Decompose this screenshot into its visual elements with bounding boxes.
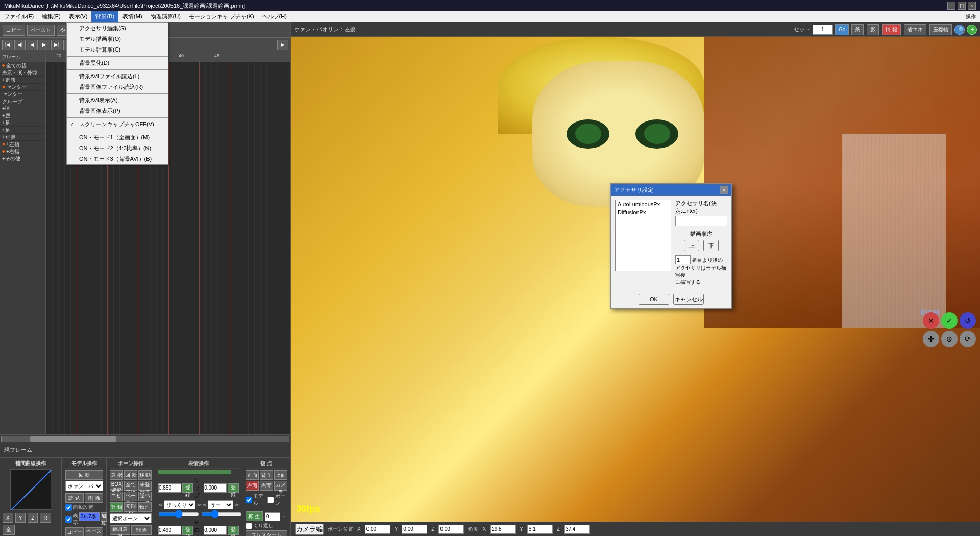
menu-file[interactable]: ファイル(F) <box>0 11 38 22</box>
bone-item-waist[interactable]: +腰 <box>0 112 45 119</box>
y-pos-input[interactable] <box>402 525 427 534</box>
top-view-btn[interactable]: 上面 <box>274 470 287 480</box>
rotate-btn[interactable]: 回 転 <box>65 470 104 480</box>
right-view-btn[interactable]: 右面 <box>260 481 273 491</box>
bone-register-btn[interactable]: 登 録 <box>110 502 123 512</box>
nav-start[interactable]: |◀ <box>2 40 13 50</box>
range-select-btn[interactable]: 範囲選択 <box>110 525 130 535</box>
dd-bg-image-show[interactable]: 背景画像表示(P) <box>67 106 168 116</box>
btn-y[interactable]: Y <box>15 513 26 523</box>
dd-bg-image-load[interactable]: 背景画像ファイル読込(R) <box>67 82 168 92</box>
unregister-btn[interactable]: 未登録選 <box>138 481 152 491</box>
bone-delete-btn[interactable]: 削 除 <box>131 525 152 535</box>
bone-init-btn[interactable]: 初期化 <box>124 502 137 512</box>
nav-play[interactable]: ▶ <box>39 40 50 50</box>
camera-view-btn[interactable]: カメラ <box>274 481 287 491</box>
shadow-btn[interactable]: 影 <box>867 24 879 35</box>
dd-accessory-edit[interactable]: アクセサリ編集(S) <box>67 23 168 34</box>
eyebrow-val-input[interactable] <box>158 526 181 535</box>
lip2-select[interactable]: うー <box>208 500 233 509</box>
rotate2-btn[interactable]: 回 転 <box>124 470 137 480</box>
compass-btn[interactable]: 座標軸 <box>929 24 952 35</box>
select-all-btn[interactable]: 全て選択 <box>124 481 137 491</box>
lip-val2-input[interactable] <box>204 483 227 493</box>
lip2-slider[interactable] <box>201 510 242 518</box>
menu-edit[interactable]: 編集(E) <box>38 11 65 22</box>
add-btn[interactable]: 加算 <box>101 512 107 522</box>
repeat-check[interactable] <box>246 523 252 529</box>
lip-reg-btn[interactable]: 登 録 <box>182 483 193 493</box>
bone-item-foot[interactable]: +足 <box>0 119 45 127</box>
lip-val-input[interactable] <box>158 483 181 493</box>
dd-bg-avi-load[interactable]: 背景AVIファイル読込(L) <box>67 71 168 82</box>
nav-prev[interactable]: ◀ <box>27 40 38 50</box>
left-view-btn[interactable]: 左面 <box>246 481 259 491</box>
btn-z[interactable]: Z <box>28 513 38 523</box>
menu-help[interactable]: ヘルプ(H) <box>258 11 291 22</box>
bone-item-rfinger[interactable]: +右指 <box>0 148 45 155</box>
model-copy-btn[interactable]: コピー <box>65 527 84 536</box>
frame-from-input[interactable] <box>265 512 280 521</box>
menu-motion-capture[interactable]: モーションキャ プチャ(K) <box>185 11 258 22</box>
dd-screen-capture-off[interactable]: スクリーンキャプチャOFF(V) <box>67 119 168 130</box>
nav3d-y-btn[interactable]: ✓ <box>941 312 958 329</box>
ok-btn[interactable]: OK <box>639 294 669 305</box>
physics-btn[interactable]: 物 理 <box>138 502 152 512</box>
dd-mode2[interactable]: ON・モード2（4:3比率）(N) <box>67 143 168 154</box>
model-paste-btn[interactable]: ペースト <box>85 527 103 536</box>
dd-model-draw-order[interactable]: モデル描画順(O) <box>67 34 168 44</box>
bone-item-group[interactable]: グループ <box>0 98 45 105</box>
draw-down-btn[interactable]: 下 <box>703 240 719 251</box>
eyebrow-reg-btn[interactable]: 登 録 <box>182 526 193 535</box>
model-select[interactable]: ホァン・パオリン <box>65 481 104 491</box>
az-input[interactable] <box>564 525 590 534</box>
lip-slider[interactable] <box>158 510 199 518</box>
auto-setting-check[interactable] <box>65 504 72 511</box>
ay-input[interactable] <box>527 525 553 534</box>
lip-reg2-btn[interactable]: 登 録 <box>228 483 239 493</box>
cancel-btn[interactable]: キャンセル <box>673 294 704 305</box>
effect-icon[interactable]: ✦ <box>967 25 977 35</box>
select-btn[interactable]: 選 択 <box>110 470 123 480</box>
btn-all[interactable]: 全 <box>3 525 15 535</box>
bone-item-center2[interactable]: センター <box>0 91 45 98</box>
menu-background[interactable]: 背景(B) <box>91 11 118 22</box>
nav-right[interactable]: ▶ <box>277 40 288 50</box>
draw-order-num-input[interactable] <box>675 255 691 264</box>
dd-model-calc-order[interactable]: モデル計算順(C) <box>67 44 168 55</box>
dd-mode3[interactable]: ON・モード3（背景AVI）(B) <box>67 154 168 164</box>
dd-mode1[interactable]: ON・モード1（全画面）(M) <box>67 132 168 143</box>
copy-button[interactable]: コピー <box>3 25 25 36</box>
nav-prev-key[interactable]: ◀| <box>14 40 26 50</box>
display-check[interactable] <box>65 516 72 523</box>
dd-bg-avi-show[interactable]: 背景AVI表示(A) <box>67 95 168 106</box>
bone-item-display[interactable]: 表示・IK・外観 <box>0 69 45 77</box>
bone-item-arm[interactable]: +だ腕 <box>0 134 45 141</box>
btn-r[interactable]: R <box>40 513 51 523</box>
x-pos-input[interactable] <box>365 525 390 534</box>
nav3d-pan-btn[interactable]: ✤ <box>923 331 939 347</box>
bone-check[interactable] <box>267 497 274 503</box>
nav3d-x-btn[interactable]: ✕ <box>923 312 939 329</box>
bone-copy-btn[interactable]: コピー <box>110 492 123 501</box>
info-btn[interactable]: 情 報 <box>882 24 901 35</box>
z-pos-input[interactable] <box>438 525 464 534</box>
nav3d-zoom-btn[interactable]: ⊕ <box>941 331 958 347</box>
btn-x[interactable]: X <box>3 513 13 523</box>
frame-set-input[interactable] <box>813 25 833 35</box>
nav-next[interactable]: ▶| <box>51 40 62 50</box>
menu-expression[interactable]: 表情(M) <box>118 11 146 22</box>
restart-btn[interactable]: フレスタート <box>246 530 287 536</box>
other-reg-btn[interactable]: 登 録 <box>228 526 239 535</box>
search-icon[interactable]: 🔍 <box>954 25 965 35</box>
lip-select[interactable]: びっくり <box>164 500 195 509</box>
h-scrollbar[interactable] <box>0 434 290 443</box>
display-val-input[interactable] <box>79 512 100 521</box>
acc-item-autoluminous[interactable]: AutoLuminousPx <box>616 200 671 208</box>
box-select-btn[interactable]: BOX選択 <box>110 481 123 491</box>
bone-item-foot2[interactable]: +足 <box>0 127 45 134</box>
ax-input[interactable] <box>490 525 516 534</box>
bone-item-other[interactable]: +その他 <box>0 155 45 162</box>
move2-btn[interactable]: 移 動 <box>138 470 152 480</box>
acc-name-input[interactable] <box>675 216 727 226</box>
